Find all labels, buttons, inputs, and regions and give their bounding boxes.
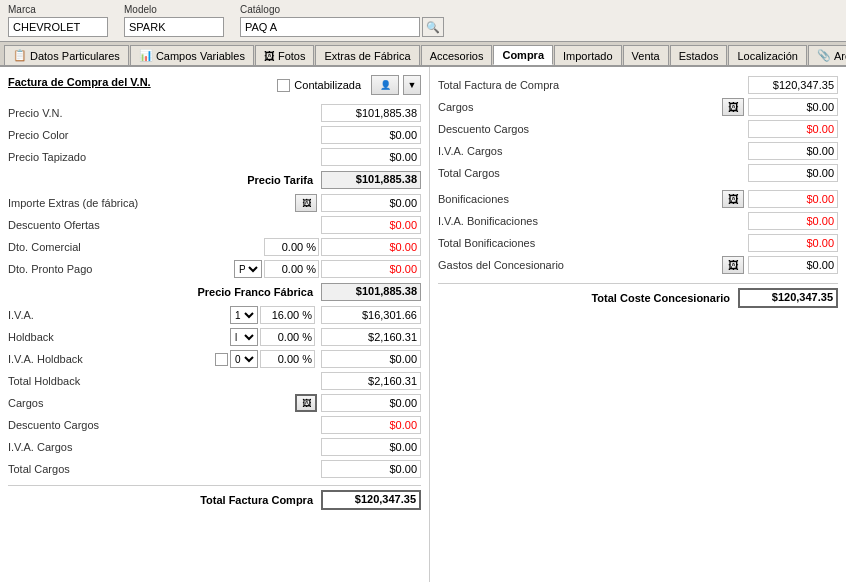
contabilizada-checkbox[interactable] [277,79,290,92]
dto-comercial-row: Dto. Comercial [8,237,421,257]
tab-venta-label: Venta [632,50,660,62]
holdback-controls: l [230,328,315,346]
total-holdback-value[interactable] [321,372,421,390]
r-cargos-btn[interactable]: 🖼 [722,98,744,116]
iva-holdback-controls: 0 [215,350,315,368]
r-desc-cargos-value[interactable] [748,120,838,138]
left-panel: Factura de Compra del V.N. Contabilizada… [0,67,430,582]
r-iva-bonificaciones-label: I.V.A. Bonificaciones [438,215,748,227]
tab-accesorios[interactable]: Accesorios [421,45,493,65]
catalogo-input[interactable] [240,17,420,37]
tab-fotos-label: Fotos [278,50,306,62]
r-total-cargos-label: Total Cargos [438,167,748,179]
iva-holdback-select[interactable]: 0 [230,350,258,368]
holdback-value[interactable] [321,328,421,346]
dto-pronto-value[interactable] [321,260,421,278]
r-total-bonificaciones-value[interactable] [748,234,838,252]
right-panel: Total Factura de Compra Cargos 🖼 Descuen… [430,67,846,582]
iva-cargos-row: I.V.A. Cargos [8,437,421,457]
cargos-value[interactable] [321,394,421,412]
catalogo-search-button[interactable]: 🔍 [422,17,444,37]
tab-compra[interactable]: Compra [493,45,553,65]
section-title: Factura de Compra del V.N. [8,76,151,88]
precio-tarifa-row: Precio Tarifa $101,885.38 [8,171,421,189]
tab-extras[interactable]: Extras de Fábrica [315,45,419,65]
importe-extras-value[interactable] [321,194,421,212]
tab-archivos-label: Archivos Ad [834,50,846,62]
dto-comercial-pct[interactable] [264,238,319,256]
marca-group: Marca [8,4,108,37]
holdback-select[interactable]: l [230,328,258,346]
tab-campos[interactable]: 📊 Campos Variables [130,45,254,65]
iva-controls: 1 [230,306,315,324]
iva-pct[interactable] [260,306,315,324]
tab-estados[interactable]: Estados [670,45,728,65]
campos-icon: 📊 [139,49,153,62]
r-cargos-value[interactable] [748,98,838,116]
r-total-bonificaciones-row: Total Bonificaciones [438,233,838,253]
holdback-pct[interactable] [260,328,315,346]
precio-vn-value[interactable] [321,104,421,122]
iva-holdback-pct[interactable] [260,350,315,368]
tab-fotos[interactable]: 🖼 Fotos [255,45,315,65]
dto-pronto-row: Dto. Pronto Pago Por [8,259,421,279]
iva-select[interactable]: 1 [230,306,258,324]
catalogo-group: Catálogo 🔍 [240,4,444,37]
iva-cargos-value[interactable] [321,438,421,456]
dropdown-btn[interactable]: ▼ [403,75,421,95]
r-bonificaciones-value[interactable] [748,190,838,208]
iva-cargos-label: I.V.A. Cargos [8,441,321,453]
iva-value[interactable] [321,306,421,324]
fotos-icon: 🖼 [264,50,275,62]
modelo-input[interactable] [124,17,224,37]
iva-holdback-value[interactable] [321,350,421,368]
r-total-factura-label: Total Factura de Compra [438,79,748,91]
dto-pronto-pct[interactable] [264,260,319,278]
r-gastos-value[interactable] [748,256,838,274]
marca-input[interactable] [8,17,108,37]
r-desc-cargos-label: Descuento Cargos [438,123,748,135]
tab-accesorios-label: Accesorios [430,50,484,62]
r-bonificaciones-btn[interactable]: 🖼 [722,190,744,208]
importe-extras-row: Importe Extras (de fábrica) 🖼 [8,193,421,213]
tab-extras-label: Extras de Fábrica [324,50,410,62]
r-gastos-label: Gastos del Concesionario [438,259,722,271]
r-iva-cargos-row: I.V.A. Cargos [438,141,838,161]
total-factura-value: $120,347.35 [321,490,421,510]
modelo-label: Modelo [124,4,224,15]
tab-importado[interactable]: Importado [554,45,622,65]
r-iva-cargos-value[interactable] [748,142,838,160]
importe-extras-btn[interactable]: 🖼 [295,194,317,212]
iva-holdback-checkbox[interactable] [215,353,228,366]
tab-localizacion[interactable]: Localización [728,45,807,65]
tabs-bar: 📋 Datos Particulares 📊 Campos Variables … [0,42,846,67]
total-cargos-label: Total Cargos [8,463,321,475]
r-total-factura-value[interactable] [748,76,838,94]
r-iva-bonificaciones-value[interactable] [748,212,838,230]
iva-label: I.V.A. [8,309,230,321]
marca-label: Marca [8,4,108,15]
descuento-cargos-value[interactable] [321,416,421,434]
catalogo-label: Catálogo [240,4,444,15]
r-total-coste-row: Total Coste Concesionario $120,347.35 [438,283,838,308]
tab-datos[interactable]: 📋 Datos Particulares [4,45,129,65]
total-cargos-value[interactable] [321,460,421,478]
cargos-btn[interactable]: 🖼 [295,394,317,412]
tab-estados-label: Estados [679,50,719,62]
descuento-ofertas-value[interactable] [321,216,421,234]
precio-tapizado-value[interactable] [321,148,421,166]
dto-comercial-value[interactable] [321,238,421,256]
descuento-cargos-label: Descuento Cargos [8,419,321,431]
r-gastos-btn[interactable]: 🖼 [722,256,744,274]
tab-archivos[interactable]: 📎 Archivos Ad [808,45,846,65]
user-icon-btn[interactable]: 👤 [371,75,399,95]
r-total-coste-label: Total Coste Concesionario [591,292,730,304]
archivos-icon: 📎 [817,49,831,62]
tab-venta[interactable]: Venta [623,45,669,65]
r-total-cargos-value[interactable] [748,164,838,182]
r-total-factura-row: Total Factura de Compra [438,75,838,95]
dto-pronto-select[interactable]: Por [234,260,262,278]
precio-color-value[interactable] [321,126,421,144]
left-header-row: Factura de Compra del V.N. Contabilizada… [8,75,421,95]
precio-franco-label: Precio Franco Fábrica [197,286,313,298]
